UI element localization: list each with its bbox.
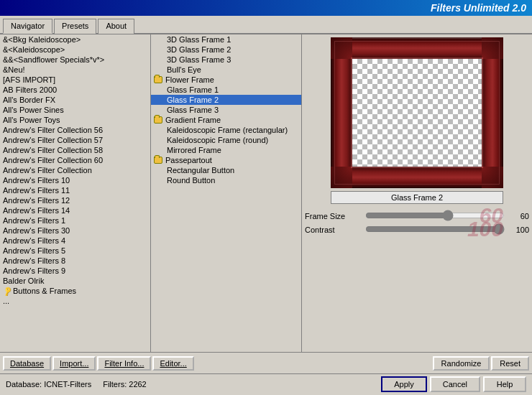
subfilter-item-label: Rectangular Button	[167, 166, 234, 175]
subfilter-item[interactable]: Bull's Eye	[151, 65, 301, 75]
filter-item-label: Andrew's Filters 12	[3, 196, 70, 205]
filter-item-label: Andrew's Filters 10	[3, 176, 70, 185]
app-title: Filters Unlimited 2.0	[431, 2, 526, 14]
filter-item[interactable]: Andrew's Filters 4	[0, 236, 150, 246]
database-button[interactable]: Database	[3, 356, 51, 371]
filter-info-button[interactable]: Filter Info...	[97, 356, 151, 371]
subfilter-item[interactable]: Mirrored Frame	[151, 145, 301, 155]
tab-navigator[interactable]: Navigator	[3, 19, 52, 34]
filter-item[interactable]: 🔑Buttons & Frames	[0, 286, 150, 296]
filter-item[interactable]: All's Power Toys	[0, 115, 150, 125]
filter-item[interactable]: Andrew's Filter Collection	[0, 165, 150, 175]
filter-item-label: Andrew's Filters 8	[3, 256, 65, 265]
filter-item-label: AB Filters 2000	[3, 85, 57, 94]
filter-item[interactable]: Andrew's Filters 8	[0, 256, 150, 266]
filter-item-label: Andrew's Filters 11	[3, 186, 70, 195]
status-filters-label: Filters:	[103, 380, 129, 389]
subfilter-item-label: Round Button	[167, 176, 215, 185]
status-database-value: ICNET-Filters	[44, 380, 91, 389]
filter-item[interactable]: &&<Sandflower Specials*v*>	[0, 55, 150, 65]
filter-item-label: &<Kaleidoscope>	[3, 45, 65, 54]
subfilter-item[interactable]: Flower Frame	[151, 75, 301, 85]
import-button[interactable]: Import...	[52, 356, 96, 371]
subfilter-item-label: Kaleidoscopic Frame (round)	[167, 136, 268, 144]
subfilter-item[interactable]: 3D Glass Frame 2	[151, 45, 301, 55]
subfilter-item-label: Glass Frame 2	[167, 96, 219, 104]
subfilter-item[interactable]: Passepartout	[151, 155, 301, 165]
filter-item[interactable]: Andrew's Filter Collection 58	[0, 145, 150, 155]
subfilter-item[interactable]: Kaleidoscopic Frame (round)	[151, 135, 301, 145]
filter-item[interactable]: Balder Olrik	[0, 276, 150, 286]
apply-button[interactable]: Apply	[381, 376, 427, 392]
filter-item[interactable]: Andrew's Filters 5	[0, 246, 150, 256]
action-buttons: Apply Cancel Help	[381, 376, 526, 392]
reset-button[interactable]: Reset	[491, 356, 529, 371]
status-bar: Database: ICNET-Filters Filters: 2262 Ap…	[0, 373, 532, 394]
frame-corner-br	[482, 167, 503, 188]
filter-item-label: Andrew's Filters 9	[3, 266, 65, 275]
subfilter-item[interactable]: Gradient Frame	[151, 115, 301, 125]
filter-item[interactable]: ...	[0, 296, 150, 306]
param-frame-size-label: Frame Size	[305, 212, 362, 220]
subfilter-item[interactable]: Round Button	[151, 175, 301, 185]
filter-item[interactable]: &Neu!	[0, 65, 150, 75]
filter-item-label: Andrew's Filters 14	[3, 206, 70, 215]
randomize-button[interactable]: Randomize	[433, 356, 490, 371]
filter-item[interactable]: Andrew's Filter Collection 60	[0, 155, 150, 165]
preview-image-container	[331, 37, 503, 188]
filter-item[interactable]: &<Kaleidoscope>	[0, 45, 150, 55]
filter-category-list[interactable]: &<Bkg Kaleidoscope>&<Kaleidoscope>&&<San…	[0, 34, 150, 352]
editor-button[interactable]: Editor...	[152, 356, 193, 371]
filter-item-label: Andrew's Filters 1	[3, 216, 65, 225]
subfilter-item-label: Gradient Frame	[165, 116, 221, 124]
subfilter-item-label: 3D Glass Frame 1	[167, 35, 231, 44]
tab-bar: Navigator Presets About	[0, 16, 532, 34]
filter-item[interactable]: All's Power Sines	[0, 105, 150, 115]
param-contrast-slider[interactable]	[365, 224, 505, 234]
key-icon: 🔑	[1, 286, 13, 296]
param-frame-size-value: 60	[508, 212, 529, 220]
tab-about[interactable]: About	[98, 19, 134, 34]
filter-item-label: All's Border FX	[3, 96, 55, 104]
param-contrast-row: Contrast 100 100	[305, 224, 529, 236]
param-frame-size-slider-container: 60	[365, 210, 505, 222]
filter-item[interactable]: &<Bkg Kaleidoscope>	[0, 34, 150, 45]
filter-item[interactable]: [AFS IMPORT]	[0, 75, 150, 85]
folder-icon	[154, 157, 162, 164]
filter-item-label: ...	[3, 297, 9, 305]
filter-item[interactable]: Andrew's Filters 11	[0, 185, 150, 195]
subfilter-item[interactable]: Kaleidoscopic Frame (rectangular)	[151, 125, 301, 135]
subfilter-item[interactable]: Glass Frame 1	[151, 85, 301, 95]
preview-filter-name: Glass Frame 2	[331, 191, 503, 204]
tab-presets[interactable]: Presets	[54, 19, 96, 34]
filter-item-label: All's Power Toys	[3, 116, 60, 124]
filter-item-label: &&<Sandflower Specials*v*>	[3, 55, 104, 64]
help-button[interactable]: Help	[483, 376, 526, 392]
subfilter-item[interactable]: 3D Glass Frame 1	[151, 34, 301, 45]
cancel-button[interactable]: Cancel	[430, 376, 480, 392]
subfilter-item[interactable]: Glass Frame 3	[151, 105, 301, 115]
frame-right	[482, 59, 503, 167]
subfilter-item[interactable]: Rectangular Button	[151, 165, 301, 175]
filter-item[interactable]: Andrew's Filter Collection 56	[0, 125, 150, 135]
filter-item[interactable]: Andrew's Filters 14	[0, 205, 150, 215]
filter-item[interactable]: All's Border FX	[0, 95, 150, 105]
subfilter-panel: 3D Glass Frame 13D Glass Frame 23D Glass…	[151, 34, 302, 352]
subfilter-item-label: 3D Glass Frame 2	[167, 45, 231, 54]
filter-item[interactable]: Andrew's Filters 10	[0, 175, 150, 185]
filter-item[interactable]: Andrew's Filters 12	[0, 195, 150, 205]
subfilter-item[interactable]: 3D Glass Frame 3	[151, 55, 301, 65]
filter-item[interactable]: Andrew's Filter Collection 57	[0, 135, 150, 145]
subfilter-item-label: Mirrored Frame	[167, 146, 221, 154]
subfilter-item[interactable]: Glass Frame 2	[151, 95, 301, 105]
filter-item[interactable]: AB Filters 2000	[0, 85, 150, 95]
filter-item[interactable]: Andrew's Filters 1	[0, 215, 150, 226]
main-content: &<Bkg Kaleidoscope>&<Kaleidoscope>&&<San…	[0, 34, 532, 352]
filter-item[interactable]: Andrew's Filters 9	[0, 266, 150, 276]
param-frame-size-slider[interactable]	[365, 210, 505, 220]
filter-item[interactable]: Andrew's Filters 30	[0, 226, 150, 236]
subfilter-list[interactable]: 3D Glass Frame 13D Glass Frame 23D Glass…	[151, 34, 301, 352]
bottom-toolbar: Database Import... Filter Info... Editor…	[0, 352, 532, 373]
filter-item-label: &<Bkg Kaleidoscope>	[3, 35, 81, 44]
filter-item-label: Balder Olrik	[3, 276, 44, 285]
